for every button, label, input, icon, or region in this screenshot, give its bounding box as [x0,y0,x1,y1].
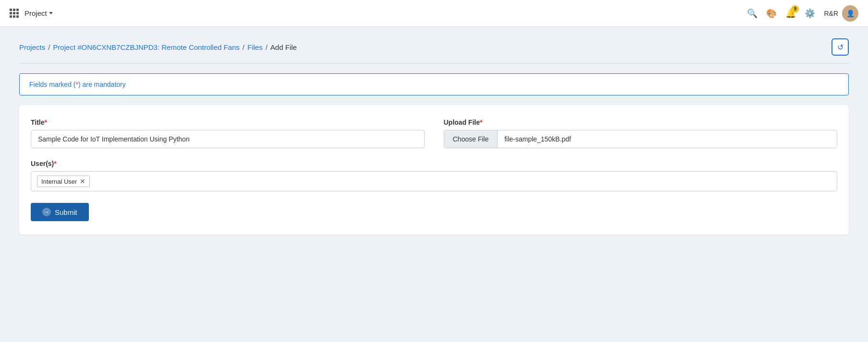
upload-group: Upload File* Choose File file-sample_150… [444,118,838,148]
project-menu-label: Project [24,9,47,17]
upload-label: Upload File* [444,118,838,126]
search-icon[interactable]: 🔍 [747,8,758,19]
tag-remove-button[interactable]: ✕ [80,178,86,185]
title-input[interactable] [31,130,425,148]
form-row-title-upload: Title* Upload File* Choose File file-sam… [31,118,837,148]
chevron-down-icon [49,12,53,14]
choose-file-button[interactable]: Choose File [444,130,498,148]
info-text-before: Fields marked ( [29,81,75,88]
notification-badge: 9 [791,5,799,13]
notification-icon[interactable]: 🔔 9 [785,8,796,19]
submit-button[interactable]: → Submit [31,203,89,221]
top-navigation: Project 🔍 🎨 🔔 9 ⚙️ R&R 👤 [0,0,868,27]
nav-left: Project [10,9,53,18]
breadcrumb-current: Add File [270,43,297,51]
users-group: User(s)* Internal User ✕ [31,160,837,191]
breadcrumb-projects[interactable]: Projects [19,43,45,51]
breadcrumb-project[interactable]: Project #ON6CXNB7CZBJNPD3: Remote Contro… [53,43,239,51]
breadcrumb-sep-1: / [48,43,50,51]
breadcrumb-inner: Projects / Project #ON6CXNB7CZBJNPD3: Re… [19,43,297,51]
user-tag: Internal User ✕ [37,176,90,187]
submit-arrow-icon: → [42,208,51,216]
form-card: Title* Upload File* Choose File file-sam… [19,105,849,235]
submit-label: Submit [55,208,77,216]
file-name-display: file-sample_150kB.pdf [498,130,837,148]
breadcrumb-sep-3: / [266,43,268,51]
file-upload-wrapper: Choose File file-sample_150kB.pdf [444,130,838,148]
title-group: Title* [31,118,425,148]
avatar: 👤 [842,5,858,22]
breadcrumb-action-button[interactable]: ↺ [831,38,849,56]
title-label: Title* [31,118,425,126]
user-menu[interactable]: R&R 👤 [824,5,858,22]
breadcrumb-divider [19,63,849,64]
breadcrumb-files[interactable]: Files [247,43,263,51]
user-label: R&R [824,10,838,17]
info-text-after: ) are mandatory [78,81,126,88]
mandatory-info-box: Fields marked (*) are mandatory [19,73,849,95]
title-required: * [45,118,47,126]
users-label: User(s)* [31,160,837,167]
users-input-wrapper[interactable]: Internal User ✕ [31,171,837,191]
apps-icon[interactable] [10,9,19,18]
settings-icon[interactable]: ⚙️ [805,8,815,19]
tag-label: Internal User [41,178,77,185]
upload-required: * [480,118,482,126]
palette-icon[interactable]: 🎨 [766,8,777,19]
users-required: * [54,160,56,167]
project-menu[interactable]: Project [24,9,53,17]
breadcrumb: Projects / Project #ON6CXNB7CZBJNPD3: Re… [19,38,849,56]
main-content: Projects / Project #ON6CXNB7CZBJNPD3: Re… [0,27,868,254]
breadcrumb-sep-2: / [243,43,245,51]
nav-right: 🔍 🎨 🔔 9 ⚙️ R&R 👤 [747,5,858,22]
